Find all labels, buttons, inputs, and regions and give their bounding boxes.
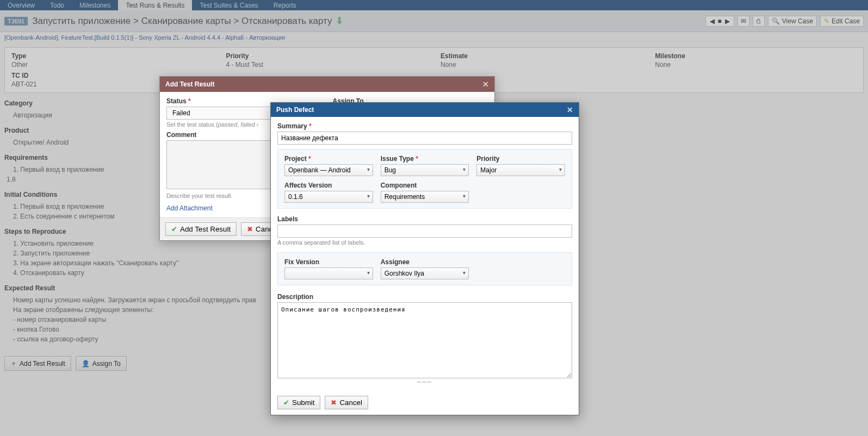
fields-group-1: Project * Openbank — Android Issue Type …	[277, 149, 572, 209]
priority-select[interactable]: Major	[476, 164, 565, 176]
estimate-value: None	[441, 61, 642, 68]
expand-icon[interactable]: ⬇	[336, 15, 343, 27]
affects-label: Affects Version	[284, 182, 373, 189]
header-bar: T3691 Запустить приложение > Сканировани…	[0, 10, 868, 32]
close-icon[interactable]: ✕	[567, 105, 573, 114]
resize-handle[interactable]: ═══	[277, 379, 572, 385]
search-icon: 🔍	[772, 17, 780, 25]
user-icon: 👤	[82, 360, 90, 368]
dialog-title-bar[interactable]: Add Test Result ✕	[160, 77, 494, 92]
pencil-icon: ✎	[824, 17, 829, 25]
page-title: Запустить приложение > Сканирование карт…	[32, 15, 705, 27]
submit-button[interactable]: ✔ Submit	[277, 396, 320, 409]
dialog-submit-button[interactable]: ✔ Add Test Result	[165, 222, 237, 236]
dialog-title: Add Test Result	[165, 80, 214, 88]
assignee-label: Assignee	[381, 258, 469, 266]
description-label: Description	[277, 293, 572, 301]
type-value: Other	[11, 61, 213, 68]
test-id-badge: T3691	[4, 17, 28, 26]
estimate-label: Estimate	[441, 52, 642, 60]
dialog-title: Push Defect	[276, 106, 314, 114]
nav-stop-button[interactable]: ■	[716, 17, 723, 25]
cancel-button[interactable]: ✖ Cancel	[325, 396, 368, 409]
tab-test-runs[interactable]: Test Runs & Results	[118, 0, 192, 10]
milestone-label: Milestone	[655, 52, 857, 60]
summary-label: Summary *	[277, 122, 572, 130]
dialog-title-bar[interactable]: Push Defect ✕	[271, 103, 579, 117]
assignee-select[interactable]: Gorshkov Ilya	[381, 267, 469, 279]
tab-reports[interactable]: Reports	[266, 0, 304, 10]
labels-label: Labels	[277, 215, 572, 223]
component-label: Component	[381, 182, 469, 189]
crumb-run[interactable]: [Openbank-Android]. FeatureTest.[Build 0…	[4, 34, 244, 41]
cancel-label: Cancel	[339, 398, 362, 407]
close-icon[interactable]: ✕	[482, 80, 489, 89]
plus-icon: ＋	[10, 359, 17, 368]
fields-group-2: Fix Version Assignee Gorshkov Ilya	[277, 252, 572, 285]
title-text: Запустить приложение > Сканирование карт…	[32, 16, 332, 27]
submit-label: Add Test Result	[180, 225, 231, 233]
description-textarea[interactable]: Описание шагов воспроизведения	[277, 302, 572, 378]
top-nav: Overview Todo Milestones Test Runs & Res…	[0, 0, 868, 10]
x-icon: ✖	[247, 225, 253, 233]
mail-icon[interactable]: ✉	[737, 16, 749, 27]
priority-value: 4 - Must Test	[226, 61, 428, 68]
add-attachment-link[interactable]: Add Attachment	[166, 204, 213, 212]
sub-breadcrumb: [Openbank-Android]. FeatureTest.[Build 0…	[0, 32, 868, 43]
tab-test-suites[interactable]: Test Suites & Cases	[192, 0, 265, 10]
nav-next-button[interactable]: ▶	[723, 17, 731, 25]
crumb-sep: ›	[246, 34, 248, 41]
fixversion-select[interactable]	[284, 267, 373, 279]
labels-hint: A comma separated list of labels.	[277, 239, 572, 246]
fixversion-label: Fix Version	[284, 258, 373, 266]
push-defect-dialog: Push Defect ✕ Summary * Project * Openba…	[270, 102, 579, 415]
add-test-result-label: Add Test Result	[20, 360, 65, 368]
add-test-result-button[interactable]: ＋ Add Test Result	[4, 356, 71, 371]
milestone-value: None	[655, 61, 857, 68]
labels-input[interactable]	[277, 225, 572, 238]
submit-label: Submit	[292, 398, 314, 407]
tab-todo[interactable]: Todo	[42, 0, 72, 10]
check-icon: ✔	[171, 225, 177, 233]
edit-case-button[interactable]: ✎ Edit Case	[820, 16, 864, 27]
project-select[interactable]: Openbank — Android	[284, 164, 373, 176]
edit-case-label: Edit Case	[832, 17, 860, 25]
nav-group: ◀ ■ ▶	[705, 16, 734, 27]
assign-to-label: Assign To	[92, 360, 121, 368]
summary-input[interactable]	[277, 132, 572, 145]
affects-select[interactable]: 0.1.6	[284, 191, 373, 203]
view-case-button[interactable]: 🔍 View Case	[768, 16, 817, 27]
header-actions: ◀ ■ ▶ ✉ ⎙ 🔍 View Case ✎ Edit Case	[705, 16, 864, 27]
crumb-section[interactable]: Авторизация	[249, 34, 285, 41]
tab-milestones[interactable]: Milestones	[72, 0, 118, 10]
tab-overview[interactable]: Overview	[0, 0, 42, 10]
issuetype-label: Issue Type *	[381, 155, 469, 163]
check-icon: ✔	[283, 398, 289, 407]
print-icon[interactable]: ⎙	[753, 16, 765, 27]
nav-prev-button[interactable]: ◀	[708, 17, 716, 25]
issuetype-select[interactable]: Bug	[381, 164, 469, 176]
view-case-label: View Case	[782, 17, 813, 25]
priority-label: Priority	[226, 52, 428, 60]
priority-label: Priority	[476, 155, 565, 163]
type-label: Type	[11, 52, 213, 60]
project-label: Project *	[284, 155, 373, 163]
component-select[interactable]: Requirements	[381, 191, 469, 203]
assign-to-button[interactable]: 👤 Assign To	[76, 356, 127, 371]
x-icon: ✖	[331, 398, 337, 407]
